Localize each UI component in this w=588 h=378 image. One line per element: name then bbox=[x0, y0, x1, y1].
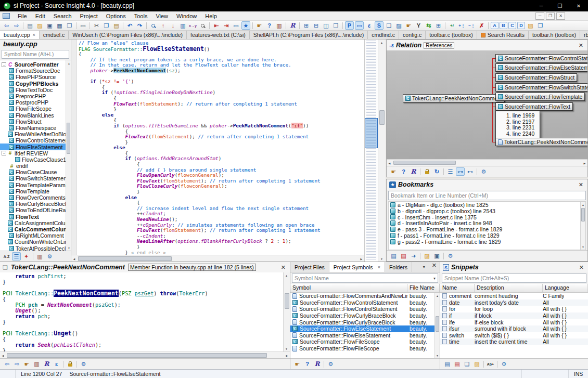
tab-shellapi-h-c-program-files-x86-include[interactable]: ShellAPI.h (C:\Program Files (x86)\...\i… bbox=[250, 31, 368, 39]
scrollbar-thumb[interactable] bbox=[581, 208, 585, 221]
style-d-icon[interactable]: D bbox=[517, 22, 525, 29]
open-file-icon[interactable]: ▨ bbox=[35, 21, 44, 30]
help-icon[interactable]: ? bbox=[303, 360, 312, 368]
relation-root-node[interactable]: TokerCLang::PeekNextNonComment bbox=[403, 94, 505, 102]
bookmark-item[interactable]: e - pass 3 - FormatLine - format.c line … bbox=[389, 226, 585, 232]
bookmark-settings-icon[interactable]: ⚙ bbox=[446, 252, 455, 260]
delete-bookmark-icon[interactable]: ▤ bbox=[399, 252, 408, 260]
symbol-tree-item[interactable]: FlowCaseClause bbox=[0, 169, 71, 175]
sidebar-settings-icon[interactable]: ⚙ bbox=[45, 252, 54, 260]
menu-tools[interactable]: Tools bbox=[130, 13, 152, 19]
symbol-list-view-icon[interactable]: ☰ bbox=[12, 252, 21, 260]
bookmark-item[interactable]: g - pass2 - FormatLine - format.c line 1… bbox=[389, 239, 585, 245]
relation-graph[interactable]: TokerCLang::PeekNextNonCommentSourceForm… bbox=[387, 50, 587, 159]
open-bookmarks-icon[interactable]: ▨ bbox=[423, 252, 431, 260]
symbol-tree-item[interactable]: -#ifdef REVIEW bbox=[0, 150, 71, 157]
project-folder-icon[interactable]: ▨ bbox=[526, 21, 535, 30]
tree-expand-icon[interactable]: - bbox=[2, 62, 6, 67]
symbol-tree-item[interactable]: FlowTemplateParams bbox=[0, 182, 71, 188]
snippet-row[interactable]: switchswitch ($i$) { }All with { } bbox=[440, 332, 588, 339]
symbol-tree-item[interactable]: #endif bbox=[0, 163, 71, 169]
symbol-tree-item[interactable]: PreprocPHP bbox=[0, 93, 71, 99]
parse-source-icon[interactable]: P bbox=[345, 21, 354, 30]
symbol-tree-item[interactable]: FlowTemplate bbox=[0, 188, 71, 194]
save-bookmarks-icon[interactable]: ▣ bbox=[432, 252, 441, 260]
project-vscrollbar[interactable]: ▲ ▼ bbox=[434, 293, 440, 358]
relation-reference-list[interactable]: 1. line 19692. line 21973. line 22314. l… bbox=[495, 111, 540, 139]
relation-node[interactable]: SourceFormatter::FlowText bbox=[495, 102, 573, 111]
menu-search[interactable]: Search bbox=[49, 13, 76, 19]
delete-line-icon[interactable]: ✗ bbox=[477, 21, 486, 30]
symbol-row[interactable]: SourceFormatter::FlowFileScopebeauty. bbox=[290, 338, 440, 345]
tab-winuser-h-c-program-files-x86-include[interactable]: WinUser.h (C:\Program Files (x86)\...\in… bbox=[69, 31, 187, 39]
browse-symbols-icon[interactable]: ☛ bbox=[389, 167, 398, 176]
editor-code[interactable]: // Flow an "else" clauseFLAG SourceForma… bbox=[77, 40, 364, 255]
snippet-row[interactable]: timeinsert the current timeAll bbox=[440, 338, 588, 345]
symbol-tree-item[interactable]: CountNonWhiteOnLine bbox=[0, 239, 71, 245]
editor-minimap[interactable] bbox=[364, 40, 378, 262]
scroll-down-icon[interactable]: ▼ bbox=[379, 256, 385, 262]
bookmark-item[interactable]: c - InsertChm - insert.c line 1375 bbox=[389, 214, 585, 220]
scroll-down-icon[interactable]: ▼ bbox=[66, 245, 71, 251]
tab-config-c[interactable]: config.c bbox=[399, 31, 426, 39]
indent-right-icon[interactable]: +⋮ bbox=[457, 21, 466, 30]
symbol-row[interactable]: SourceFormatter::FlowElseStatementbeauty… bbox=[290, 325, 440, 332]
symbol-row[interactable]: SourceFormatter::FlowControlStatementbea… bbox=[290, 306, 440, 312]
clip-window-icon[interactable]: ❏ bbox=[385, 21, 393, 30]
relation-node[interactable]: SourceFormatter::FlowTemplate bbox=[495, 93, 585, 101]
menu-project[interactable]: Project bbox=[76, 13, 102, 19]
scroll-up-icon[interactable]: ▲ bbox=[580, 202, 586, 207]
file-options-icon[interactable]: ▨ bbox=[394, 21, 403, 30]
editor-selection-margin[interactable] bbox=[71, 40, 77, 255]
relation-close-icon[interactable]: ✕ bbox=[577, 42, 585, 49]
style-b-icon[interactable]: B bbox=[500, 22, 507, 29]
forward-icon[interactable]: ⇨ bbox=[12, 360, 21, 368]
symbol-tree-item[interactable]: FlowNamespace bbox=[0, 125, 71, 131]
relation-window-icon[interactable]: ε bbox=[52, 360, 61, 368]
snippet-row[interactable]: ifsursurround with if blockAll with { } bbox=[440, 325, 588, 332]
symbol-tree-item[interactable]: -CSourceFormatter bbox=[0, 61, 71, 68]
bookmark-item[interactable]: a - DlgMain - dlg.c (toolbox) line 1825 bbox=[389, 202, 585, 208]
scroll-right-icon[interactable]: ▶ bbox=[582, 160, 587, 166]
project-symbol-search-input[interactable]: Symbol Name ▾ bbox=[292, 273, 438, 283]
symbol-tree-item[interactable]: FlowWhileAfterDoBlock bbox=[0, 131, 71, 137]
context-close-icon[interactable]: ✕ bbox=[279, 264, 287, 271]
scrollbar-thumb[interactable] bbox=[78, 256, 172, 261]
indent-left-icon[interactable]: −⋮ bbox=[467, 21, 476, 30]
symbol-tree-item[interactable]: FlowCurlyBraceBlock bbox=[0, 201, 71, 207]
tab-close-icon[interactable]: × bbox=[378, 265, 380, 270]
relation-node[interactable]: SourceFormatter::FlowSwitchStatement bbox=[495, 83, 587, 92]
editor-body[interactable]: // Flow an "else" clauseFLAG SourceForma… bbox=[71, 40, 364, 255]
symbol-row[interactable]: SourceFormatter::FlowFileScopebeauty. bbox=[290, 345, 440, 352]
paste-icon[interactable]: ▤ bbox=[112, 21, 121, 30]
symbol-tree-item[interactable]: FlowFileScope bbox=[0, 106, 71, 112]
snippet-row[interactable]: commentcomment headingC Family bbox=[440, 293, 588, 299]
relation-node[interactable]: TokerCLang::PeekNextNonComment bbox=[495, 138, 587, 146]
context-vscrollbar[interactable]: ▲ ▼ bbox=[283, 272, 290, 351]
scroll-left-icon[interactable]: ◀ bbox=[71, 256, 77, 262]
snippets-window-icon[interactable]: S bbox=[375, 21, 384, 30]
column-language[interactable]: Language bbox=[543, 284, 588, 292]
project-close-icon[interactable]: ✕ bbox=[430, 262, 438, 272]
new-snippet-icon[interactable]: ▤ bbox=[443, 360, 452, 368]
project-search-icon[interactable] bbox=[198, 21, 207, 30]
column-description[interactable]: Description bbox=[475, 284, 543, 292]
menu-edit[interactable]: Edit bbox=[31, 13, 49, 19]
tab-close-icon[interactable]: × bbox=[33, 32, 35, 37]
column-file-name[interactable]: File Name bbox=[407, 284, 440, 292]
back-icon[interactable]: ⇦ bbox=[3, 360, 11, 368]
symbol-row[interactable]: SourceFormatter::FlowElseStatementbeauty… bbox=[290, 332, 440, 339]
draft-view-icon[interactable]: ▭ bbox=[355, 21, 364, 30]
reference-line-item[interactable]: 4. line 2240 bbox=[506, 131, 534, 137]
editor-vscrollbar[interactable]: ▲ ▼ bbox=[378, 40, 386, 262]
search-in-files-icon[interactable]: ▥ bbox=[178, 21, 187, 30]
contents-icon[interactable]: ▥ bbox=[35, 252, 44, 260]
rename-snippet-icon[interactable]: Ab+ bbox=[486, 360, 495, 368]
snippets-close-icon[interactable]: ✕ bbox=[578, 264, 585, 271]
symbol-tree-item[interactable]: FlowTextToDoc bbox=[0, 87, 71, 93]
reference-line-item[interactable]: 1. line 1969 bbox=[506, 113, 534, 119]
symbol-tree-item[interactable]: FlowCaseClause1 bbox=[0, 157, 71, 163]
symbol-tree-item[interactable]: PostprocPHP bbox=[0, 99, 71, 106]
menu-window[interactable]: Window bbox=[172, 13, 201, 19]
bookmarks-vscrollbar[interactable]: ▲ ▼ bbox=[580, 202, 585, 250]
